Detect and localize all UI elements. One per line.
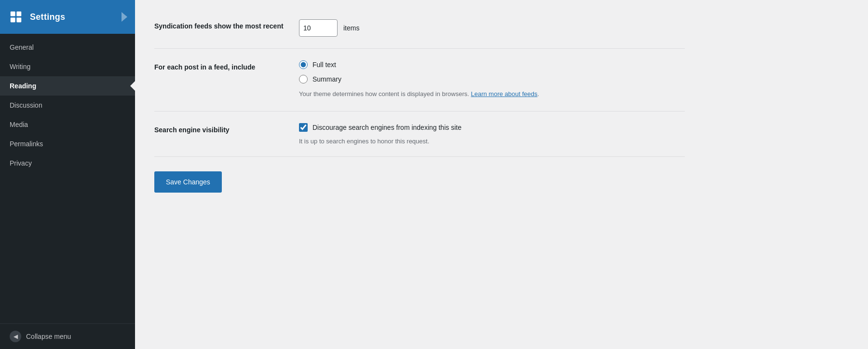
sidebar-nav: General Writing Reading Discussion Media… [0, 34, 135, 323]
search-engine-label: Search engine visibility [154, 123, 299, 135]
discourage-search-checkbox[interactable] [299, 123, 308, 132]
collapse-label: Collapse menu [26, 333, 71, 340]
svg-rect-0 [11, 12, 15, 16]
full-text-label: Full text [312, 61, 336, 69]
settings-table: Syndication feeds show the most recent i… [154, 14, 685, 197]
sidebar-header: Settings [0, 0, 135, 34]
sidebar-item-reading[interactable]: Reading [0, 76, 135, 96]
syndication-row: Syndication feeds show the most recent i… [154, 14, 685, 49]
sidebar-item-discussion[interactable]: Discussion [0, 96, 135, 115]
search-engine-control: Discourage search engines from indexing … [299, 123, 685, 145]
syndication-unit-label: items [343, 24, 359, 32]
feed-help-text: Your theme determines how content is dis… [299, 89, 685, 99]
sidebar-title: Settings [30, 12, 65, 22]
syndication-control: items [299, 19, 685, 37]
collapse-arrow-icon: ◀ [10, 331, 21, 342]
sidebar-item-media[interactable]: Media [0, 115, 135, 134]
feed-content-label: For each post in a feed, include [154, 60, 299, 72]
syndication-feeds-input[interactable] [299, 19, 338, 37]
syndication-input-row: items [299, 19, 685, 37]
discourage-search-option[interactable]: Discourage search engines from indexing … [299, 123, 685, 132]
search-engine-help-text: It is up to search engines to honor this… [299, 138, 685, 145]
main-content: Syndication feeds show the most recent i… [135, 0, 868, 349]
sidebar-item-writing[interactable]: Writing [0, 57, 135, 76]
wordpress-icon [8, 9, 24, 25]
feed-content-control: Full text Summary Your theme determines … [299, 60, 685, 99]
full-text-radio[interactable] [299, 60, 308, 69]
save-row: Save Changes [154, 157, 685, 197]
svg-rect-3 [16, 17, 21, 22]
collapse-menu-button[interactable]: ◀ Collapse menu [0, 323, 135, 349]
search-engine-row: Search engine visibility Discourage sear… [154, 112, 685, 157]
summary-option[interactable]: Summary [299, 75, 685, 84]
sidebar: Settings General Writing Reading Discuss… [0, 0, 135, 349]
learn-more-link[interactable]: Learn more about feeds [471, 90, 538, 98]
sidebar-item-general[interactable]: General [0, 38, 135, 57]
svg-rect-2 [11, 17, 15, 22]
feed-content-row: For each post in a feed, include Full te… [154, 49, 685, 112]
summary-label: Summary [312, 75, 341, 83]
summary-radio[interactable] [299, 75, 308, 84]
save-changes-button[interactable]: Save Changes [154, 171, 222, 193]
svg-rect-1 [16, 12, 21, 16]
discourage-search-label: Discourage search engines from indexing … [312, 124, 461, 131]
sidebar-item-permalinks[interactable]: Permalinks [0, 134, 135, 154]
sidebar-item-privacy[interactable]: Privacy [0, 154, 135, 173]
full-text-option[interactable]: Full text [299, 60, 685, 69]
syndication-label: Syndication feeds show the most recent [154, 19, 299, 31]
